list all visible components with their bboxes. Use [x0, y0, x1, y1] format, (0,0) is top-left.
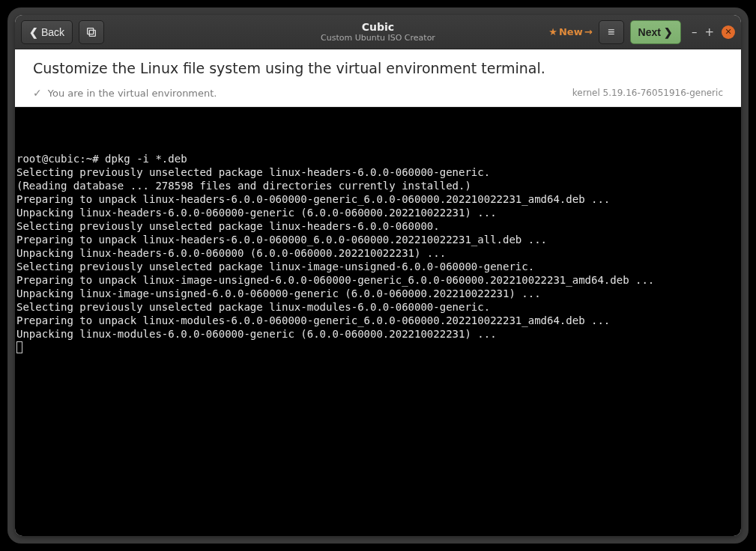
svg-rect-0 — [89, 30, 95, 36]
terminal-output-line: Selecting previously unselected package … — [16, 260, 740, 273]
chevron-right-icon: ❯ — [664, 27, 673, 37]
env-status-text: You are in the virtual environment. — [48, 88, 217, 99]
new-indicator: ★ New → — [548, 26, 592, 37]
terminal-output-line: Preparing to unpack linux-headers-6.0.0-… — [16, 233, 740, 246]
app-window: ❮ Back Cubic Custom Ubuntu ISO Creator ★ — [15, 15, 741, 536]
arrow-right-icon: → — [584, 26, 593, 37]
terminal[interactable]: root@cubic:~# dpkg -i *.debSelecting pre… — [15, 107, 741, 536]
terminal-prompt-line: root@cubic:~# dpkg -i *.deb — [16, 152, 740, 165]
terminal-output-line: (Reading database ... 278598 files and d… — [16, 179, 740, 192]
titlebar: ❮ Back Cubic Custom Ubuntu ISO Creator ★ — [15, 15, 741, 49]
terminal-output-line: Preparing to unpack linux-image-unsigned… — [16, 273, 740, 287]
terminal-output-line: Preparing to unpack linux-headers-6.0.0-… — [16, 192, 740, 206]
terminal-output-line: Selecting previously unselected package … — [16, 165, 740, 179]
terminal-output-line: Selecting previously unselected package … — [16, 300, 740, 314]
star-icon: ★ — [548, 26, 557, 37]
close-button[interactable]: ✕ — [722, 25, 735, 39]
page-header: Customize the Linux file system using th… — [15, 49, 741, 107]
hamburger-icon: ≡ — [608, 25, 614, 39]
terminal-output-line: Unpacking linux-headers-6.0.0-060000-gen… — [16, 206, 740, 219]
maximize-button[interactable]: + — [704, 25, 714, 39]
kernel-info: kernel 5.19.16-76051916-generic — [572, 88, 723, 98]
copy-button[interactable] — [79, 20, 104, 44]
menu-button[interactable]: ≡ — [599, 20, 624, 44]
terminal-output-line: Unpacking linux-modules-6.0.0-060000-gen… — [16, 327, 740, 341]
check-icon: ✓ — [33, 87, 42, 99]
terminal-output-line: Unpacking linux-headers-6.0.0-060000 (6.… — [16, 246, 740, 260]
next-button-label: Next — [638, 26, 661, 38]
desktop-frame: ❮ Back Cubic Custom Ubuntu ISO Creator ★ — [7, 7, 749, 544]
copy-icon — [85, 26, 97, 38]
minimize-button[interactable]: – — [692, 25, 698, 39]
terminal-output-line: Selecting previously unselected package … — [16, 219, 740, 233]
chevron-left-icon: ❮ — [29, 27, 38, 37]
back-button-label: Back — [41, 26, 64, 38]
close-icon: ✕ — [725, 27, 731, 37]
terminal-output-line: Preparing to unpack linux-modules-6.0.0-… — [16, 314, 740, 327]
new-indicator-label: New — [559, 26, 583, 37]
page-title: Customize the Linux file system using th… — [33, 60, 723, 76]
back-button[interactable]: ❮ Back — [21, 20, 73, 44]
terminal-output-line: Unpacking linux-image-unsigned-6.0.0-060… — [16, 287, 740, 300]
next-button[interactable]: Next ❯ — [630, 20, 681, 44]
terminal-cursor — [16, 341, 22, 353]
svg-rect-1 — [88, 28, 94, 34]
